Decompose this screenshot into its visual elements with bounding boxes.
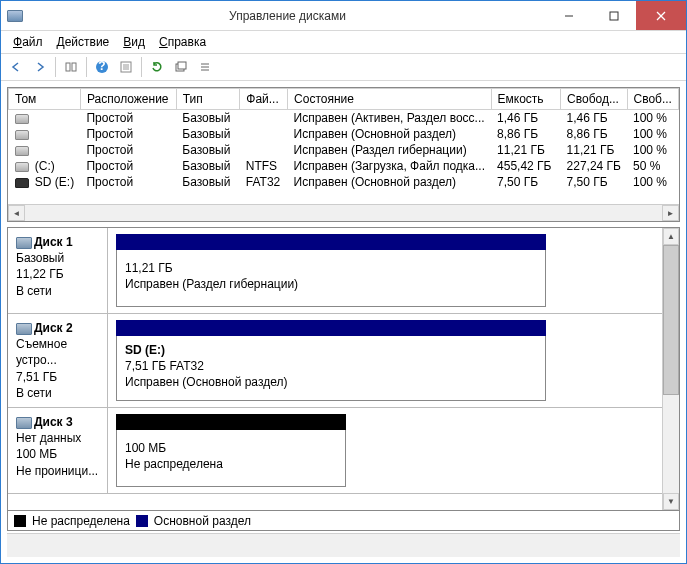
table-row[interactable]: ПростойБазовыйИсправен (Активен, Раздел … [9,110,679,127]
menu-file-u: Ф [13,35,22,49]
cell-volume: (C:) [9,158,81,174]
partition-line3: Исправен (Раздел гибернации) [125,276,537,292]
cell-capacity: 1,46 ГБ [491,110,561,127]
scroll-down-button[interactable]: ▼ [663,493,679,510]
app-icon [7,10,23,22]
svg-text:?: ? [98,60,105,73]
menu-action[interactable]: Действие [51,33,116,51]
content-area: Том Расположение Тип Фай... Состояние Ем… [1,81,686,563]
toolbar-sep-1 [55,57,56,77]
disk-graphical-pane: Диск 1Базовый11,22 ГБВ сети11,21 ГБИспра… [7,227,680,511]
forward-button[interactable] [29,56,51,78]
cell-capacity: 11,21 ГБ [491,142,561,158]
svg-rect-5 [72,63,76,71]
rescan-button[interactable] [170,56,192,78]
table-row[interactable]: (C:)ПростойБазовыйNTFSИсправен (Загрузка… [9,158,679,174]
cell-status: Исправен (Основной раздел) [288,126,491,142]
disk-sub3: В сети [16,284,52,298]
cell-capacity: 7,50 ГБ [491,174,561,190]
table-row[interactable]: ПростойБазовыйИсправен (Раздел гибернаци… [9,142,679,158]
cell-layout: Простой [80,110,176,127]
scroll-up-button[interactable]: ▲ [663,228,679,245]
disk-sub1: Нет данных [16,431,81,445]
back-button[interactable] [5,56,27,78]
table-row[interactable]: ПростойБазовыйИсправен (Основной раздел)… [9,126,679,142]
cell-type: Базовый [176,158,240,174]
disk-row[interactable]: Диск 3Нет данных100 МБНе проиници...100 … [8,408,662,494]
legend-swatch-unallocated [14,515,26,527]
toolbar-sep-3 [141,57,142,77]
disk-list[interactable]: Диск 1Базовый11,22 ГБВ сети11,21 ГБИспра… [8,228,662,510]
disk-sub1: Съемное устро... [16,337,67,367]
cell-free: 1,46 ГБ [561,110,627,127]
cell-fs: FAT32 [240,174,288,190]
disk-sub3: Не проиници... [16,464,98,478]
partition-box[interactable]: 100 МБНе распределена [116,430,346,487]
col-type[interactable]: Тип [176,89,240,110]
col-free[interactable]: Свобод... [561,89,627,110]
volume-hscrollbar[interactable]: ◄ ► [8,204,679,221]
scroll-thumb[interactable] [663,245,679,395]
menu-help-u: С [159,35,168,49]
volume-grid[interactable]: Том Расположение Тип Фай... Состояние Ем… [8,88,679,204]
cell-layout: Простой [80,174,176,190]
scroll-track-v[interactable] [663,395,679,493]
close-button[interactable] [636,1,686,30]
maximize-button[interactable] [591,1,636,30]
partition-header[interactable] [116,414,346,430]
partition-header[interactable] [116,320,546,336]
menubar: Файл Действие Вид Справка [1,31,686,53]
disk-title: Диск 3 [34,415,73,429]
col-layout[interactable]: Расположение [80,89,176,110]
toolbar-sep-2 [86,57,87,77]
partition-line1: SD (E:) [125,342,537,358]
menu-view[interactable]: Вид [117,33,151,51]
cell-free: 11,21 ГБ [561,142,627,158]
partition-area: 11,21 ГБИсправен (Раздел гибернации) [108,228,662,313]
volume-icon [15,146,29,156]
disk-label: Диск 3Нет данных100 МБНе проиници... [8,408,108,493]
menu-help[interactable]: Справка [153,33,212,51]
cell-free: 8,86 ГБ [561,126,627,142]
partition-area: SD (E:)7,51 ГБ FAT32Исправен (Основной р… [108,314,662,407]
scroll-left-button[interactable]: ◄ [8,205,25,221]
disk-row[interactable]: Диск 2Съемное устро...7,51 ГБВ сетиSD (E… [8,314,662,408]
cell-capacity: 455,42 ГБ [491,158,561,174]
cell-pct: 100 % [627,174,679,190]
show-hide-console-button[interactable] [60,56,82,78]
disk-vscrollbar[interactable]: ▲ ▼ [662,228,679,510]
disk-row[interactable]: Диск 1Базовый11,22 ГБВ сети11,21 ГБИспра… [8,228,662,314]
cell-free: 227,24 ГБ [561,158,627,174]
cell-layout: Простой [80,158,176,174]
window-title: Управление дисками [29,9,546,23]
col-volume[interactable]: Том [9,89,81,110]
col-fs[interactable]: Фай... [240,89,288,110]
col-pct[interactable]: Своб... [627,89,679,110]
disk-sub2: 100 МБ [16,447,57,461]
partition-box[interactable]: 11,21 ГБИсправен (Раздел гибернации) [116,250,546,307]
volume-icon [15,178,29,188]
legend-label-unallocated: Не распределена [32,514,130,528]
settings-button[interactable] [115,56,137,78]
cell-fs [240,142,288,158]
cell-volume [9,142,81,158]
scroll-track[interactable] [25,205,662,221]
cell-type: Базовый [176,142,240,158]
cell-type: Базовый [176,174,240,190]
scroll-right-button[interactable]: ► [662,205,679,221]
minimize-button[interactable] [546,1,591,30]
cell-type: Базовый [176,110,240,127]
help-button[interactable]: ? [91,56,113,78]
partition-header[interactable] [116,234,546,250]
partition-box[interactable]: SD (E:)7,51 ГБ FAT32Исправен (Основной р… [116,336,546,401]
svg-rect-9 [123,64,129,70]
list-button[interactable] [194,56,216,78]
col-status[interactable]: Состояние [288,89,491,110]
col-capacity[interactable]: Емкость [491,89,561,110]
refresh-button[interactable] [146,56,168,78]
cell-fs [240,110,288,127]
table-row[interactable]: SD (E:)ПростойБазовыйFAT32Исправен (Осно… [9,174,679,190]
menu-file[interactable]: Файл [7,33,49,51]
cell-pct: 100 % [627,110,679,127]
cell-fs [240,126,288,142]
